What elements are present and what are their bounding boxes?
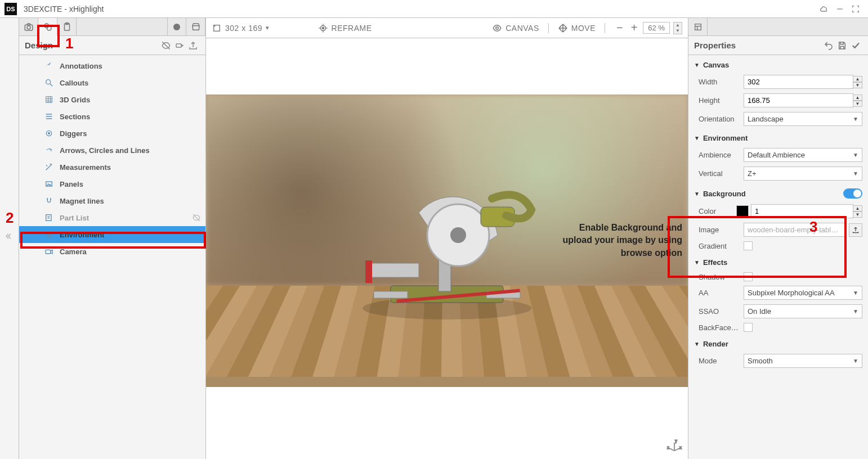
label-icon[interactable] bbox=[173, 39, 186, 52]
canvas-viewport[interactable]: Enable Background and upload your image … bbox=[206, 38, 688, 459]
sidebar-item-measurements[interactable]: Measurements bbox=[19, 159, 205, 176]
gradient-label: Gradient bbox=[699, 242, 739, 250]
sidebar-item-label: Part List bbox=[60, 214, 89, 222]
zoom-value[interactable]: 62 % bbox=[643, 22, 670, 34]
digger-icon bbox=[44, 128, 54, 138]
tab-clipboard[interactable] bbox=[57, 18, 77, 36]
width-input[interactable] bbox=[744, 75, 853, 89]
orientation-select[interactable]: Landscape ▼ bbox=[744, 112, 862, 126]
tab-camera[interactable] bbox=[19, 18, 38, 36]
color-label: Color bbox=[699, 207, 732, 215]
backface-checkbox[interactable] bbox=[744, 323, 753, 332]
camera-icon bbox=[44, 246, 54, 256]
minimize-button[interactable] bbox=[832, 1, 848, 17]
save-button[interactable] bbox=[835, 39, 849, 52]
section-environment-header[interactable]: ▼ Environment bbox=[688, 130, 868, 146]
cloud-icon[interactable] bbox=[816, 1, 832, 17]
move-button[interactable]: MOVE bbox=[558, 23, 605, 33]
sidebar-item-arrows[interactable]: Arrows, Circles and Lines bbox=[19, 142, 205, 159]
chevron-down-icon: ▼ bbox=[853, 290, 858, 296]
sidebar-item-sections[interactable]: Sections bbox=[19, 108, 205, 125]
aa-value: Subpixel Morphological AA bbox=[748, 289, 835, 297]
background-toggle[interactable] bbox=[843, 188, 862, 199]
sidebar-item-magnetlines[interactable]: Magnet lines bbox=[19, 192, 205, 209]
upload-icon[interactable] bbox=[186, 39, 200, 52]
svg-rect-35 bbox=[365, 260, 372, 283]
partlist-icon bbox=[44, 213, 54, 223]
triangle-down-icon: ▼ bbox=[694, 259, 700, 266]
canvas-button[interactable]: CANVAS bbox=[492, 23, 549, 33]
grid-icon bbox=[44, 94, 54, 105]
sidebar-item-callouts[interactable]: Callouts bbox=[19, 74, 205, 91]
sidebar-item-label: Environment bbox=[60, 231, 104, 239]
svg-rect-39 bbox=[695, 24, 701, 30]
chevron-down-icon: ▼ bbox=[853, 308, 858, 314]
ambience-select[interactable]: Default Ambience ▼ bbox=[744, 148, 862, 162]
tab-store[interactable] bbox=[186, 18, 205, 36]
ssao-select[interactable]: On Idle ▼ bbox=[744, 304, 862, 318]
miter-saw-model bbox=[346, 151, 548, 331]
design-tree: Annotations Callouts 3D Grids Sections D… bbox=[19, 55, 205, 459]
properties-title: Properties bbox=[694, 40, 736, 50]
svg-point-4 bbox=[47, 26, 51, 30]
sidebar-item-label: Camera bbox=[60, 248, 87, 256]
sidebar-item-3dgrids[interactable]: 3D Grids bbox=[19, 91, 205, 108]
gradient-checkbox[interactable] bbox=[744, 241, 753, 250]
svg-text:y: y bbox=[675, 439, 677, 443]
tab-design[interactable] bbox=[38, 18, 57, 36]
shadow-checkbox[interactable] bbox=[744, 272, 753, 281]
canvas-callout-text: Enable Background and upload your image … bbox=[563, 222, 682, 259]
svg-rect-20 bbox=[46, 250, 51, 254]
maximize-button[interactable] bbox=[848, 1, 863, 17]
undo-button[interactable] bbox=[822, 39, 835, 52]
vertical-select[interactable]: Z+ ▼ bbox=[744, 166, 862, 181]
width-stepper[interactable]: ▲▼ bbox=[853, 76, 862, 88]
eye-off-icon[interactable] bbox=[159, 39, 173, 52]
move-label: MOVE bbox=[571, 24, 596, 33]
image-input[interactable] bbox=[744, 223, 847, 237]
aa-select[interactable]: Subpixel Morphological AA ▼ bbox=[744, 286, 862, 300]
magnet-icon bbox=[44, 196, 54, 206]
section-title: Background bbox=[703, 190, 746, 198]
chevron-left-icon[interactable] bbox=[5, 232, 14, 241]
section-render-header[interactable]: ▼ Render bbox=[688, 336, 868, 352]
mode-select[interactable]: Smooth ▼ bbox=[744, 354, 862, 368]
chevron-down-icon: ▼ bbox=[853, 116, 858, 122]
chevron-down-icon: ▼ bbox=[853, 170, 858, 177]
color-swatch[interactable] bbox=[736, 205, 749, 218]
sidebar-item-annotations[interactable]: Annotations bbox=[19, 57, 205, 74]
sidebar-item-diggers[interactable]: Diggers bbox=[19, 125, 205, 142]
app-logo: DS bbox=[5, 3, 17, 15]
tab-globe[interactable] bbox=[167, 18, 186, 36]
sidebar-item-camera[interactable]: Camera bbox=[19, 243, 205, 260]
sidebar-item-environment[interactable]: Environment bbox=[19, 226, 205, 243]
section-canvas-body: Width ▲▼ Height ▲▼ Orientation bbox=[688, 73, 868, 130]
zoom-controls: − + 62 % ▲▼ bbox=[614, 21, 682, 34]
section-effects-header[interactable]: ▼ Effects bbox=[688, 255, 868, 270]
zoom-in-button[interactable]: + bbox=[629, 21, 640, 34]
upload-image-button[interactable] bbox=[849, 223, 862, 237]
height-input[interactable] bbox=[744, 93, 853, 107]
zoom-stepper[interactable]: ▲▼ bbox=[673, 22, 682, 34]
orientation-label: Orientation bbox=[699, 115, 739, 123]
opacity-input[interactable] bbox=[751, 204, 853, 218]
sidebar-item-partlist[interactable]: Part List bbox=[19, 209, 205, 226]
dimensions-group[interactable]: 302 x 169 ▾ bbox=[212, 23, 269, 33]
section-canvas-header[interactable]: ▼ Canvas bbox=[688, 57, 868, 73]
reframe-button[interactable]: REFRAME bbox=[318, 23, 372, 33]
section-background-header[interactable]: ▼ Background bbox=[688, 185, 868, 202]
zoom-out-button[interactable]: − bbox=[614, 21, 625, 34]
sidebar-item-label: Annotations bbox=[60, 62, 102, 70]
apply-button[interactable] bbox=[849, 39, 862, 52]
far-left-gutter bbox=[0, 18, 19, 459]
properties-header: Properties bbox=[688, 36, 868, 55]
eye-off-icon[interactable] bbox=[192, 213, 201, 222]
axis-gizmo-icon[interactable]: y z x bbox=[666, 438, 682, 453]
dimensions-label: 302 x 169 bbox=[225, 24, 262, 33]
triangle-down-icon: ▼ bbox=[694, 191, 700, 197]
height-stepper[interactable]: ▲▼ bbox=[853, 94, 862, 107]
opacity-stepper[interactable]: ▲▼ bbox=[853, 205, 862, 218]
sidebar-item-label: Panels bbox=[60, 180, 83, 188]
tab-properties[interactable] bbox=[688, 18, 708, 36]
sidebar-item-panels[interactable]: Panels bbox=[19, 176, 205, 192]
